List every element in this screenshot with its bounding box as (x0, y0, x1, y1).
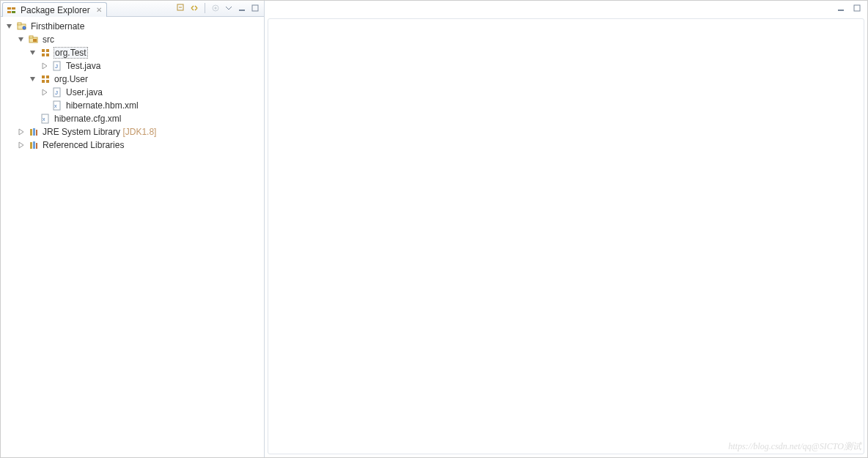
view-toolbar (175, 0, 264, 16)
jre-label: JRE System Library (43, 127, 120, 137)
editor-area: https://blog.csdn.net/qq@SICTO测试 (265, 1, 867, 457)
minimize-editor-button[interactable] (835, 2, 847, 14)
tree-label: Referenced Libraries (42, 140, 125, 150)
tree-node-referenced-libs[interactable]: Referenced Libraries (2, 138, 262, 152)
toolbar-separator (205, 3, 205, 13)
maximize-editor-button[interactable] (851, 2, 863, 14)
tree-label: JRE System Library [JDK1.8] (42, 127, 157, 137)
svg-rect-23 (46, 75, 49, 78)
expand-toggle[interactable] (40, 62, 49, 70)
svg-rect-22 (42, 75, 45, 78)
library-icon (28, 139, 40, 151)
svg-rect-24 (42, 80, 45, 83)
close-view-icon[interactable]: ✕ (96, 6, 102, 14)
editor-empty-region[interactable] (268, 18, 864, 454)
maximize-view-button[interactable] (249, 2, 261, 14)
xml-file-icon: x (40, 113, 51, 125)
minimize-view-button[interactable] (236, 2, 248, 14)
tree-node-jre[interactable]: JRE System Library [JDK1.8] (2, 125, 262, 138)
expand-toggle[interactable] (40, 88, 49, 97)
editor-toolbar (265, 1, 867, 15)
svg-rect-15 (33, 39, 37, 42)
svg-rect-32 (30, 129, 32, 136)
tree-label: Firsthibernate (30, 21, 85, 32)
svg-rect-33 (33, 128, 35, 136)
tree-node-package[interactable]: org.User (2, 73, 262, 86)
svg-rect-25 (46, 80, 49, 83)
tree-label: hibernate.hbm.xml (65, 100, 139, 111)
package-icon (40, 73, 51, 85)
tree-node-file[interactable]: x hibernate.hbm.xml (2, 99, 262, 112)
tree-label: org.Test (54, 47, 88, 59)
svg-rect-36 (33, 141, 35, 149)
svg-rect-19 (46, 53, 49, 56)
svg-rect-17 (46, 49, 49, 52)
svg-point-7 (215, 7, 217, 10)
svg-rect-8 (239, 10, 245, 11)
svg-rect-0 (7, 7, 11, 10)
svg-rect-1 (12, 7, 15, 10)
tree-node-src[interactable]: src (2, 33, 262, 46)
tree-label: User.java (65, 87, 103, 97)
tree-label: org.User (54, 74, 89, 84)
view-tab-label: Package Explorer (21, 5, 90, 15)
project-icon (16, 21, 28, 32)
svg-rect-11 (18, 23, 21, 25)
svg-rect-39 (854, 5, 860, 11)
svg-text:x: x (54, 103, 57, 108)
java-file-icon: J (51, 86, 63, 98)
tree-label: hibernate.cfg.xml (54, 114, 122, 124)
package-explorer-icon (6, 4, 18, 16)
svg-rect-9 (252, 5, 258, 11)
view-tabbar: Package Explorer ✕ (1, 1, 264, 17)
watermark-text: https://blog.csdn.net/qq@SICTO测试 (729, 440, 862, 453)
svg-text:x: x (43, 117, 45, 122)
tree-node-file[interactable]: J User.java (2, 86, 262, 99)
svg-rect-3 (12, 11, 15, 13)
expand-toggle[interactable] (5, 22, 14, 31)
svg-rect-16 (42, 49, 45, 52)
tree-label: src (42, 34, 55, 45)
expand-toggle[interactable] (17, 141, 26, 149)
package-explorer-tab[interactable]: Package Explorer ✕ (2, 2, 107, 17)
xml-file-icon: x (51, 100, 63, 111)
svg-rect-35 (30, 142, 32, 149)
package-explorer-tree[interactable]: Firsthibernate src org.Test (1, 17, 264, 457)
java-file-icon: J (51, 60, 63, 72)
expand-toggle[interactable] (17, 35, 26, 44)
expand-toggle[interactable] (29, 75, 37, 84)
svg-rect-34 (36, 130, 37, 136)
svg-point-12 (23, 26, 26, 29)
svg-rect-18 (42, 53, 45, 56)
link-with-editor-button[interactable] (188, 2, 200, 14)
view-menu-button[interactable] (223, 2, 235, 14)
collapse-all-button[interactable] (175, 2, 187, 14)
tree-label: Test.java (65, 61, 101, 71)
svg-rect-37 (36, 143, 37, 149)
svg-text:J: J (55, 89, 58, 96)
library-icon (28, 126, 40, 138)
focus-task-button[interactable] (210, 2, 221, 14)
tree-node-project[interactable]: Firsthibernate (2, 20, 262, 33)
svg-rect-2 (7, 11, 11, 13)
tree-node-file[interactable]: x hibernate.cfg.xml (2, 112, 262, 125)
package-icon (40, 47, 51, 59)
jre-suffix: [JDK1.8] (122, 127, 156, 137)
expand-toggle[interactable] (17, 128, 26, 136)
package-explorer-pane: Package Explorer ✕ (1, 1, 265, 457)
expand-toggle[interactable] (29, 48, 37, 57)
tree-node-file[interactable]: J Test.java (2, 59, 262, 73)
source-folder-icon (28, 34, 40, 45)
svg-rect-14 (29, 36, 33, 38)
svg-rect-38 (838, 10, 844, 11)
svg-text:J: J (55, 63, 58, 70)
tree-node-package[interactable]: org.Test (2, 46, 262, 59)
